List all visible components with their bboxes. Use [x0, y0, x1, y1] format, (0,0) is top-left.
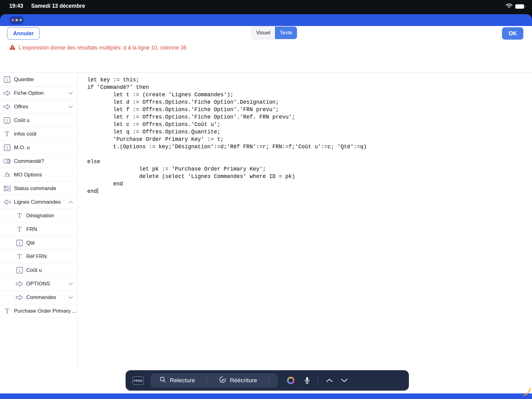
sidebar-item-cout-u[interactable]: 1Coût u — [0, 114, 77, 127]
code-line: if 'Commandé?' then — [87, 84, 532, 91]
field-sidebar: 1QuantiteFiche OptionOffres1Coût uTinfos… — [0, 73, 77, 371]
sidebar-item-fiche-option[interactable]: Fiche Option — [0, 86, 77, 100]
sidebar-item-label: Commandes — [26, 294, 56, 301]
text-icon: T — [3, 307, 11, 315]
sidebar-item-label: Désignation — [26, 213, 54, 219]
svg-text:T: T — [5, 130, 9, 138]
sidebar-item-label: Quantite — [14, 76, 34, 83]
apple-intelligence-icon[interactable] — [287, 377, 294, 384]
code-line: 'Purchase Order Primary Key' := t; — [87, 136, 532, 143]
sidebar-item-label: M.O. u — [14, 145, 30, 151]
sidebar-item-label: Status commande — [14, 185, 56, 192]
status-date: Samedi 13 décembre — [31, 3, 85, 9]
tab-visuel[interactable]: Visuel — [251, 27, 275, 39]
proofread-label: Relecture — [170, 377, 195, 384]
svg-text:1: 1 — [18, 268, 21, 273]
code-line: let t := (create 'Lignes Commandes'); — [87, 91, 532, 98]
battery-icon — [515, 4, 524, 9]
arrow-right-icon — [15, 280, 24, 288]
number-icon: 1 — [3, 76, 11, 84]
chevron-up-icon — [68, 200, 73, 204]
formula-editor-window: 19:43 Samedi 13 décembre Annuler Visuel … — [0, 0, 532, 399]
sidebar-item-label: Qté — [26, 240, 35, 246]
window-dot-yellow — [15, 19, 18, 21]
svg-text:T: T — [5, 307, 9, 315]
window-controls-pill[interactable] — [9, 16, 24, 24]
error-banner: L'expression donne des résultats multipl… — [9, 44, 187, 51]
sidebar-item-infos-cout[interactable]: Tinfos coût — [0, 127, 77, 141]
sidebar-item-label: Commandé? — [14, 158, 44, 164]
warning-icon — [9, 44, 15, 51]
svg-text:1: 1 — [18, 241, 21, 245]
tab-texte[interactable]: Texte — [275, 27, 297, 39]
sidebar-item-offres[interactable]: Offres — [0, 100, 77, 114]
toggle-icon — [3, 157, 11, 165]
chevron-down-icon — [68, 91, 73, 95]
chevron-down-button[interactable] — [341, 378, 348, 383]
arrow-right-icon — [3, 89, 11, 97]
error-message: L'expression donne des résultats multipl… — [19, 45, 187, 51]
toolbar-separator — [318, 376, 318, 385]
text-caret — [97, 188, 98, 194]
window-dot-green — [19, 19, 22, 21]
sidebar-item-label: Coût u — [14, 117, 29, 124]
chevron-down-icon — [68, 105, 73, 108]
text-icon: T — [15, 212, 24, 220]
sidebar-item-commande[interactable]: Commandé? — [0, 154, 77, 168]
svg-text:T: T — [17, 253, 22, 260]
keyboard-accent-strip — [0, 393, 532, 399]
code-line: let key := this; — [87, 76, 532, 84]
dictation-mic-icon[interactable] — [303, 376, 311, 384]
toolbar-separator — [207, 377, 207, 384]
ok-button[interactable]: OK — [502, 27, 523, 40]
sidebar-item-mo-options[interactable]: fxMO Options — [0, 168, 77, 182]
sidebar-item-m-o-u[interactable]: 1M.O. u — [0, 141, 77, 154]
sidebar-item-quantite[interactable]: 1Quantite — [0, 73, 77, 86]
svg-text:fx: fx — [4, 171, 11, 178]
sidebar-item-commandes[interactable]: Commandes — [0, 291, 77, 304]
sidebar-item-purchase-order-primary[interactable]: TPurchase Order Primary ... — [0, 304, 77, 318]
sidebar-item-label: Réf FRN — [26, 254, 47, 260]
choice-icon — [3, 184, 11, 193]
sidebar-item-qte[interactable]: 1Qté — [0, 236, 77, 250]
cancel-button[interactable]: Annuler — [7, 27, 40, 40]
sidebar-item-frn[interactable]: TFRN — [0, 223, 77, 236]
code-line: let c := Offres.Options.'Coût u'; — [87, 121, 532, 128]
view-mode-segmented-control: Visuel Texte — [251, 26, 297, 39]
sidebar-item-label: Lignes Commandes — [14, 199, 61, 205]
arrow-left-icon — [3, 198, 11, 206]
svg-text:1: 1 — [6, 77, 8, 82]
text-icon: T — [3, 130, 11, 138]
sidebar-item-status-commande[interactable]: Status commande — [0, 182, 77, 195]
rewrite-label: Réécriture — [230, 377, 257, 384]
proofread-button[interactable]: Relecture — [159, 376, 195, 385]
sidebar-item-label: FRN — [26, 226, 37, 232]
svg-text:1: 1 — [6, 118, 8, 123]
code-line: delete (select 'Lignes Commandes' where … — [87, 173, 532, 180]
sidebar-item-lignes-commandes[interactable]: Lignes Commandes — [0, 195, 77, 209]
keyboard-assistant-bar: FREN Relecture Réécriture — [126, 370, 409, 391]
sidebar-item-options[interactable]: OPTIONS — [0, 277, 77, 291]
number-icon: 1 — [15, 239, 24, 247]
language-switch-badge[interactable]: FREN — [132, 376, 144, 385]
corner-swoosh-icon — [523, 387, 531, 397]
formula-code-editor[interactable]: let key := this;if 'Commandé?' then let … — [78, 73, 532, 370]
sidebar-item-label: Offres — [14, 104, 28, 110]
chevron-up-button[interactable] — [326, 378, 333, 383]
svg-text:T: T — [17, 212, 22, 219]
rewrite-button[interactable]: Réécriture — [219, 376, 257, 385]
text-icon: T — [15, 225, 24, 233]
text-icon: T — [15, 253, 24, 261]
sidebar-item-ref-frn[interactable]: TRéf FRN — [0, 250, 77, 263]
code-line: let d := Offres.Options.'Fiche Option'.D… — [87, 98, 532, 106]
window-dot-red — [11, 19, 14, 21]
sidebar-item-cout-u[interactable]: 1Coût u — [0, 263, 77, 277]
sidebar-item-designation[interactable]: TDésignation — [0, 209, 77, 223]
svg-text:1: 1 — [6, 145, 8, 150]
function-icon: fx — [3, 171, 11, 179]
arrow-right-icon — [15, 293, 24, 301]
number-icon: 1 — [3, 144, 11, 152]
window-titlebar — [0, 14, 532, 26]
sidebar-item-label: Coût u — [26, 267, 42, 273]
sidebar-item-label: MO Options — [14, 172, 42, 178]
